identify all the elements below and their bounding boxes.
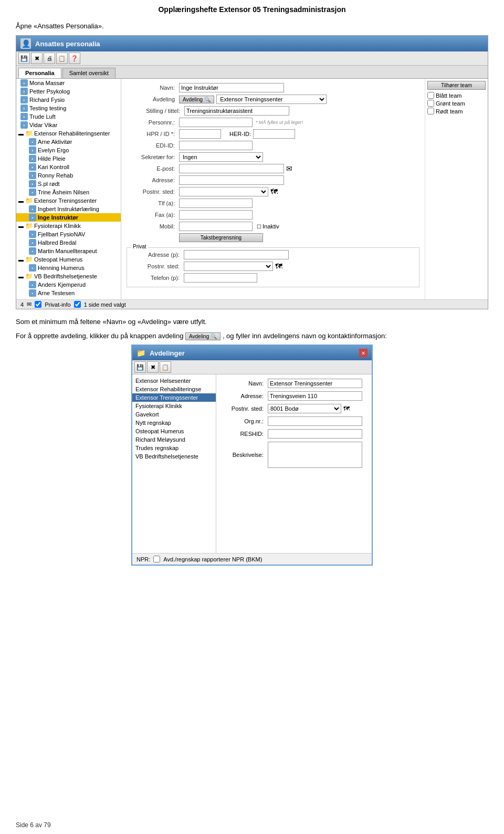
list-item[interactable]: ▪ Vidar Vikar [16,121,121,129]
ediid-input[interactable] [179,141,253,150]
list-group[interactable]: ▬ 📁 Osteopat Humerus [16,255,121,264]
sekretar-select[interactable]: Ingen [179,152,263,162]
stilling-input[interactable] [184,106,289,116]
tilhorer-team-btn[interactable]: Tilhører team [427,81,486,90]
list-item[interactable]: ▪ Fjellbart FysioNAV [16,230,121,238]
list-item[interactable]: ▪ Testing testing [16,104,121,112]
tlf-input[interactable] [179,199,253,208]
postnr-p-row: Postnr. sted: 🗺 [131,262,415,271]
person-icon: ▪ [29,155,36,162]
list-group[interactable]: ▬ 📁 Extensor Treningssenter [16,196,121,205]
postnr-select[interactable] [179,187,268,196]
rodt-team-checkbox[interactable] [427,108,434,114]
personnr-label: Personnr.: [127,119,179,126]
list-item[interactable]: ▪ Henning Humerus [16,264,121,272]
ediid-row: EDI-ID: [127,141,419,150]
avd-list-item[interactable]: Osteopat Humerus [132,427,216,435]
avd-list-item[interactable]: Extensor Helsesenter [132,377,216,385]
avd-orgnr-input[interactable] [268,416,362,426]
list-item[interactable]: ▪ Kari Kontroll [16,163,121,171]
ansattes-footer: 4 ✉ Privat-info 1 side med valgt [16,299,488,309]
list-item[interactable]: ▪ Evelyn Ergo [16,146,121,154]
avd-adresse-input[interactable] [268,391,362,401]
gront-team-label: Grønt team [436,100,465,107]
list-item[interactable]: ▪ Trude Luft [16,112,121,121]
avd-list-item-selected[interactable]: Extensor Treningssenter [132,393,216,402]
list-item[interactable]: ▪ Anders Kjemperud [16,280,121,289]
list-item[interactable]: ▪ Trine Åsheim Nilsen [16,188,121,196]
adresse-input[interactable] [179,175,284,185]
side-checkbox[interactable] [74,301,81,308]
tab-personalia[interactable]: Personalia [18,68,61,78]
avd-title: Avdelinger [150,349,185,357]
ansattes-window: 👤 Ansattes personalia 💾 ✖ 🖨 📋 ❓ Personal… [16,35,488,309]
list-item[interactable]: ▪ Hilde Pleie [16,154,121,163]
list-item[interactable]: ▪ Martin Manuellterapeut [16,247,121,255]
print-btn[interactable]: 🖨 [44,53,55,64]
save-btn[interactable]: 💾 [18,53,30,64]
avd-list-item[interactable]: Gavekort [132,410,216,419]
list-item[interactable]: ▪ Ingbert Instruktørlærling [16,205,121,213]
list-group[interactable]: ▬ 📁 VB Bedriftshelsetjeneste [16,272,121,280]
avdeling-select[interactable]: Extensor Treningssenter [216,95,327,104]
avd-list-item[interactable]: VB Bedriftshelsetjeneste [132,452,216,461]
list-item[interactable]: ▪ Mona Massør [16,79,121,87]
avd-regnskap-label: Avd./regnskap rapporterer NPR (BKM) [163,556,262,562]
avd-reshid-row: RESHID: [220,429,368,439]
between-text-2: For å opprette avdeling, klikker du på k… [16,332,488,340]
close-btn[interactable]: ✖ [31,53,43,64]
telefon-p-input[interactable] [184,273,257,283]
herid-input[interactable] [253,129,295,139]
takstbegrensning-btn[interactable]: Takstbegrensning [179,233,263,242]
avd-close-btn[interactable]: ✕ [359,349,368,357]
mobil-input[interactable] [179,222,253,231]
personnr-input[interactable] [179,118,253,127]
adresse-p-input[interactable] [184,250,289,259]
stilling-row: Stilling / tittel: [127,106,419,116]
person-icon: ▪ [29,205,36,213]
list-item-selected[interactable]: ▪ Inge Instruktør [16,213,121,222]
postnr-p-select[interactable] [184,262,273,271]
avdeling-button[interactable]: Avdeling 🔍 [179,96,214,103]
list-item[interactable]: ▪ Arne Aktivitør [16,138,121,146]
help-btn[interactable]: ❓ [69,53,80,64]
avd-list-item[interactable]: Nytt regnskap [132,419,216,427]
avd-list-item[interactable]: Trudes regnskap [132,444,216,452]
person-icon: ▪ [29,289,36,297]
avd-delete-btn[interactable]: ✖ [147,361,159,373]
team-sidebar: Tilhører team Blått team Grønt team Rødt… [425,79,488,299]
person-icon: ▪ [29,172,36,179]
gront-team-checkbox[interactable] [427,100,434,107]
window-title: Ansattes personalia [35,40,100,48]
hpr-input[interactable] [179,129,221,139]
blatt-team-checkbox[interactable] [427,92,434,99]
navn-input[interactable] [179,83,284,92]
list-item[interactable]: ▪ S.pl rødt [16,180,121,188]
avd-map-icon: 🗺 [343,405,350,412]
copy-btn[interactable]: 📋 [56,53,68,64]
epost-input[interactable] [179,164,284,173]
fax-input[interactable] [179,210,253,220]
avd-copy-btn[interactable]: 📋 [160,361,171,373]
hint-text: * MÅ fylles ut på leger! [256,120,303,125]
list-item[interactable]: ▪ Petter Psykolog [16,87,121,96]
avd-list-item[interactable]: Fysioterapi Klinikk [132,402,216,410]
list-item[interactable]: ▪ Halbred Bredal [16,238,121,247]
avdeling-inline-btn[interactable]: Avdeling 🔍 [185,332,220,340]
avd-save-btn[interactable]: 💾 [134,361,146,373]
privat-info-checkbox[interactable] [35,301,41,308]
list-item[interactable]: ▪ Arne Testesen [16,289,121,297]
avd-list-item[interactable]: Extensor Rehabiliteringse [132,385,216,393]
avd-reshid-input[interactable] [268,429,362,439]
list-group[interactable]: ▬ 📁 Fysioterapi Klinikk [16,222,121,230]
avd-list-item[interactable]: Richard Meløysund [132,435,216,444]
hpr-label: HPR / ID *: [127,131,179,137]
tab-samlet[interactable]: Samlet oversikt [62,68,116,78]
avd-beskrivelse-input[interactable] [268,442,362,468]
list-group[interactable]: ▬ 📁 Extensor Rehabiliteringsenter [16,129,121,138]
avd-regnskap-checkbox[interactable] [153,556,160,562]
avd-navn-input[interactable] [268,379,362,388]
list-item[interactable]: ▪ Ronny Rehab [16,171,121,180]
avd-postnr-select[interactable]: 8001 Bodø [268,404,341,413]
list-item[interactable]: ▪ Richard Fysio [16,96,121,104]
